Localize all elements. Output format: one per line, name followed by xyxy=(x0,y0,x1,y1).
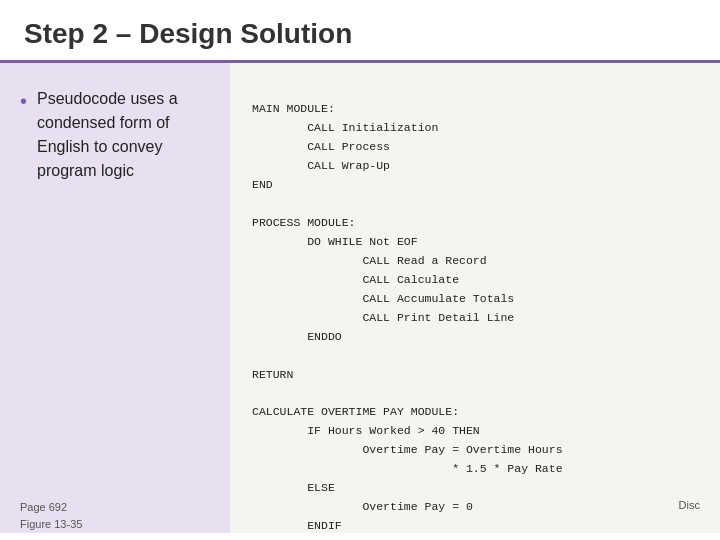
slide-title: Step 2 – Design Solution xyxy=(24,18,696,50)
page-number: Page 692 xyxy=(20,499,82,516)
right-panel: MAIN MODULE: CALL Initialization CALL Pr… xyxy=(230,63,720,533)
slide-footer: Page 692 Figure 13-35 Disc xyxy=(0,499,720,532)
left-panel: • Pseudocode uses a condensed form of En… xyxy=(0,63,230,533)
footer-left: Page 692 Figure 13-35 xyxy=(20,499,82,532)
figure-number: Figure 13-35 xyxy=(20,516,82,533)
content-area: • Pseudocode uses a condensed form of En… xyxy=(0,63,720,533)
bullet-dot: • xyxy=(20,87,27,115)
slide: Step 2 – Design Solution • Pseudocode us… xyxy=(0,0,720,540)
calc-module-label: CALCULATE OVERTIME PAY MODULE: xyxy=(252,405,459,418)
pseudocode-block: MAIN MODULE: CALL Initialization CALL Pr… xyxy=(252,81,698,533)
footer-center: Disc xyxy=(679,499,700,532)
bullet-item: • Pseudocode uses a condensed form of En… xyxy=(20,87,210,183)
main-module-label: MAIN MODULE: xyxy=(252,102,335,115)
process-module-label: PROCESS MODULE: xyxy=(252,216,356,229)
slide-header: Step 2 – Design Solution xyxy=(0,0,720,63)
bullet-text: Pseudocode uses a condensed form of Engl… xyxy=(37,87,210,183)
